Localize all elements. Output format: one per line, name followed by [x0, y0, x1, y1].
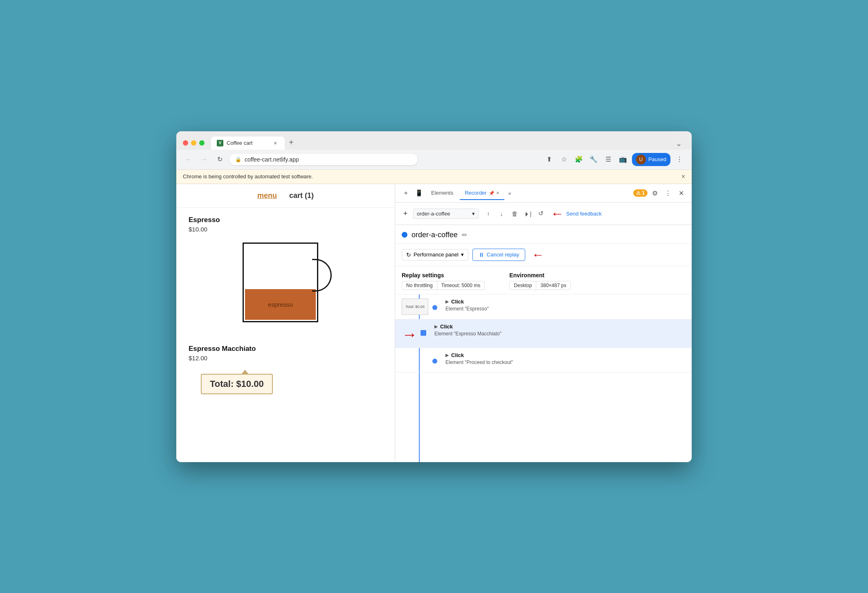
import-icon[interactable]: ↓ — [496, 208, 507, 219]
bookmark-icon[interactable]: ☆ — [558, 154, 570, 165]
title-bar: V Coffee cart × + ⌄ — [176, 131, 692, 150]
expand-icon-2[interactable]: ▶ — [434, 324, 438, 329]
product-espresso-macchiato: Espresso Macchiato $12.00 — [189, 345, 382, 362]
product2-price: $12.00 — [189, 355, 382, 362]
settings-icon[interactable]: ⚙ — [649, 187, 661, 199]
timeline-thumbnail-1: Total: $0.00 — [402, 299, 428, 315]
throttling-pill[interactable]: No throttling — [402, 281, 437, 290]
badge-icon: ⚠ — [636, 190, 641, 196]
badge-count: 1 — [642, 190, 645, 196]
red-arrow-cancel: ← — [532, 248, 544, 262]
warning-badge: ⚠ 1 — [633, 189, 648, 197]
total-tooltip: Total: $10.00 — [201, 374, 273, 394]
timeline-action-2: ▶ Click — [434, 323, 685, 330]
devtools-ext-icon[interactable]: 🔧 — [588, 154, 599, 165]
traffic-lights — [183, 140, 205, 146]
sidepanel-icon[interactable]: ☰ — [603, 154, 614, 165]
devtools-header: ⌖ 📱 Elements Recorder 📌 × » ⚠ 1 ⚙ ⋮ ✕ — [395, 184, 692, 203]
tab-recorder[interactable]: Recorder 📌 × — [460, 186, 504, 200]
device-toggle-icon[interactable]: 📱 — [413, 187, 425, 199]
add-recording-button[interactable]: + — [400, 208, 411, 219]
minimize-traffic-light[interactable] — [191, 140, 196, 146]
delete-icon[interactable]: 🗑 — [509, 208, 520, 219]
new-tab-button[interactable]: + — [285, 136, 298, 149]
share-icon[interactable]: ⬆ — [544, 154, 555, 165]
expand-icon-3[interactable]: ▶ — [445, 353, 449, 357]
cup-body: espresso — [243, 243, 318, 322]
address-input[interactable]: 🔒 coffee-cart.netlify.app — [229, 154, 418, 165]
recorder-toolbar: + order-a-coffee ▾ ↑ ↓ 🗑 ⏵| ↺ ← Send fee… — [395, 203, 692, 225]
reload-button[interactable]: ↻ — [214, 154, 225, 165]
perf-panel-selector[interactable]: ↻ Performance panel ▾ — [402, 249, 468, 261]
paused-badge: U Paused — [632, 153, 670, 166]
nav-cart-link[interactable]: cart (1) — [289, 191, 314, 200]
expand-icon-1[interactable]: ▶ — [445, 299, 449, 304]
close-traffic-light[interactable] — [183, 140, 188, 146]
tab-elements[interactable]: Elements — [426, 186, 458, 200]
environment-pills: Desktop 380×487 px — [509, 281, 571, 290]
element-picker-icon[interactable]: ⌖ — [400, 187, 412, 199]
timeline-dot-1 — [432, 305, 437, 310]
window-expand-icon[interactable]: ⌄ — [672, 139, 685, 148]
timeline-action-1: ▶ Click — [445, 299, 685, 305]
cast-icon[interactable]: 📺 — [617, 154, 629, 165]
environment-col: Environment Desktop 380×487 px — [509, 272, 571, 290]
tooltip-tail — [242, 370, 248, 374]
tab-title: Coffee cart — [227, 140, 268, 146]
banner-close-icon[interactable]: × — [681, 173, 685, 180]
cup-liquid: espresso — [245, 289, 316, 320]
paused-label: Paused — [648, 156, 666, 162]
user-avatar: U — [636, 155, 646, 164]
replay-settings-col: Replay settings No throttling Timeout: 5… — [402, 272, 485, 290]
tab-close-icon[interactable]: × — [272, 139, 279, 147]
replay-icon[interactable]: ⏵| — [522, 208, 533, 219]
red-arrow-toolbar: ← — [551, 206, 564, 221]
timeline-item-3: ▶ Click Element "Proceed to checkout" — [395, 348, 692, 373]
recorder-close-icon[interactable]: × — [496, 190, 499, 196]
timeline-content-2: ▶ Click Element "Espresso Macchiato" — [434, 323, 685, 337]
browser-menu-icon[interactable]: ⋮ — [674, 154, 685, 165]
active-tab[interactable]: V Coffee cart × — [211, 137, 285, 150]
site-nav: menu cart (1) — [176, 184, 395, 208]
coffee-cup-graphic: espresso — [238, 238, 333, 337]
automation-text: Chrome is being controlled by automated … — [183, 173, 313, 180]
action-label-1: Click — [451, 299, 464, 305]
export-icon[interactable]: ↑ — [483, 208, 494, 219]
devtools-panel: ⌖ 📱 Elements Recorder 📌 × » ⚠ 1 ⚙ ⋮ ✕ — [395, 184, 692, 462]
devtools-menu-icon[interactable]: ⋮ — [662, 187, 674, 199]
select-chevron-icon: ▾ — [472, 211, 475, 217]
cup-liquid-label: espresso — [268, 301, 293, 308]
product1-price: $10.00 — [189, 226, 382, 233]
more-tabs-icon[interactable]: » — [506, 190, 514, 196]
recording-title-bar: order-a-coffee ✏ — [395, 225, 692, 244]
recording-toolbar-icons: ↑ ↓ 🗑 ⏵| ↺ — [483, 208, 546, 219]
product1-name: Espresso — [189, 216, 382, 224]
slow-replay-icon[interactable]: ↺ — [535, 208, 546, 219]
address-text: coffee-cart.netlify.app — [245, 156, 299, 163]
recording-name: order-a-coffee — [412, 231, 458, 239]
website-panel: menu cart (1) Espresso $10.00 espresso — [176, 184, 395, 462]
send-feedback-link[interactable]: Send feedback — [566, 211, 602, 217]
red-arrow-timeline: → — [402, 326, 417, 344]
product2-name: Espresso Macchiato — [189, 345, 382, 353]
edit-name-icon[interactable]: ✏ — [462, 231, 467, 239]
maximize-traffic-light[interactable] — [199, 140, 205, 146]
desktop-pill[interactable]: Desktop — [509, 281, 536, 290]
lock-icon: 🔒 — [235, 157, 241, 162]
timeline-dot-2 — [421, 330, 426, 336]
browser-toolbar-icons: ⬆ ☆ 🧩 🔧 ☰ 📺 U Paused ⋮ — [544, 153, 685, 166]
timeline-action-3: ▶ Click — [445, 352, 685, 358]
resolution-pill[interactable]: 380×487 px — [536, 281, 571, 290]
recording-selector[interactable]: order-a-coffee ▾ — [413, 209, 479, 219]
automation-banner: Chrome is being controlled by automated … — [176, 170, 692, 184]
back-button[interactable]: ← — [183, 154, 194, 165]
nav-menu-link[interactable]: menu — [257, 191, 277, 200]
cancel-replay-button[interactable]: ⏸ Cancel replay — [472, 249, 526, 261]
forward-button[interactable]: → — [198, 154, 210, 165]
timeout-pill[interactable]: Timeout: 5000 ms — [437, 281, 485, 290]
devtools-close-icon[interactable]: ✕ — [675, 187, 687, 199]
extensions-icon[interactable]: 🧩 — [573, 154, 585, 165]
action-label-3: Click — [451, 352, 464, 358]
timeline-detail-2: Element "Espresso Macchiato" — [434, 331, 685, 337]
timeline-detail-3: Element "Proceed to checkout" — [445, 359, 685, 365]
